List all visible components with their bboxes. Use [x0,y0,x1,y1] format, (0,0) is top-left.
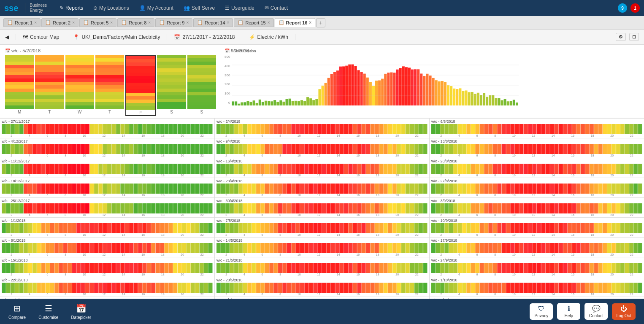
week-row[interactable]: w/c - 7/5/2018246810121416182022 [215,218,429,238]
nav-my-locations[interactable]: ⊙ My Locations [89,3,133,13]
datepicker-label: Datepicker [71,315,91,320]
axis-labels: 246810121416182022 [2,134,213,137]
week-row[interactable]: w/c - 4/6/2018246810121416182022 [215,297,429,299]
logo-divider [25,3,25,13]
week-row[interactable]: w/c - 8/10/2018246810121416182022 [430,297,644,299]
week-label: w/c - 29/1/2018 [2,298,213,299]
week-row[interactable]: w/c - 8/1/2018246810121416182022 [0,238,214,257]
week-heatmap-canvas [2,243,213,253]
week-row[interactable]: w/c - 21/5/2018246810121416182022 [215,257,429,277]
compare-button[interactable]: ⊞ Compare [8,303,26,320]
bar-chart-title: 📅 9/2/2018 [225,48,639,53]
rh-back: ◀ [5,34,16,40]
week-label: w/c - 2/4/2018 [216,119,428,124]
week-heatmap-canvas [216,223,428,233]
tab-report-9-close[interactable]: × [186,20,189,25]
week-row[interactable]: w/c - 1/1/2018246810121416182022 [0,218,214,238]
tab-report-2[interactable]: 📋 Report 2 × [41,18,78,27]
week-row[interactable]: w/c - 6/8/2018246810121416182022 [430,119,644,138]
tab-report-16[interactable]: 📋 Report 16 × [275,18,316,27]
grid-column-3[interactable]: w/c - 6/8/2018246810121416182022w/c - 13… [430,119,644,299]
week-row[interactable]: w/c - 24/9/2018246810121416182022 [430,257,644,277]
week-row[interactable]: w/c - 2/4/2018246810121416182022 [215,119,429,138]
week-row[interactable]: w/c - 30/4/2018246810121416182022 [215,198,429,218]
week-row[interactable]: w/c - 27/8/2018246810121416182022 [430,178,644,198]
tab-report-1[interactable]: 📋 Report 1 × [3,18,41,27]
tab-report-15-label: Report 15 [245,20,265,25]
tab-report-5-close[interactable]: × [110,20,113,25]
privacy-button[interactable]: 🛡 Privacy [530,303,553,320]
week-row[interactable]: w/c - 1/10/2018246810121416182022 [430,277,644,297]
contour-heatmap[interactable]: MTWTFSS [5,55,216,118]
tab-report-9[interactable]: 📋 Report 9 × [155,18,192,27]
tab-report-15[interactable]: 📋 Report 15 × [234,18,273,27]
week-row[interactable]: w/c - 27/11/2017246810121416182022 [0,119,214,138]
rh-right-buttons: ⚙ ⊟ [616,33,639,41]
week-row[interactable]: w/c - 23/4/2018246810121416182022 [215,178,429,198]
customise-button[interactable]: ☰ Customise [38,303,58,320]
week-row[interactable]: w/c - 29/1/2018246810121416182022 [0,297,214,299]
rh-energy-unit: ⚡ Electric / kWh [242,34,295,40]
add-tab-button[interactable]: + [316,18,325,27]
week-row[interactable]: w/c - 16/4/2018246810121416182022 [215,158,429,178]
help-button[interactable]: ℹ Help [557,303,580,320]
week-row[interactable]: w/c - 9/4/2018246810121416182022 [215,138,429,158]
week-row[interactable]: w/c - 15/1/2018246810121416182022 [0,257,214,277]
nav-contact[interactable]: ✉ Contact [260,3,292,13]
nav-self-serve-label: Self Serve [192,5,215,11]
settings-button[interactable]: ⚙ [616,33,626,41]
grid-column-1[interactable]: w/c - 27/11/2017246810121416182022w/c - … [0,119,215,299]
alert-bell[interactable]: 1 [630,3,640,13]
help-icon: ℹ [568,305,570,313]
logo: sse BusinessEnergy [4,3,47,13]
nav-reports[interactable]: ✎ Reports [55,3,87,13]
export-button[interactable]: ⊟ [629,33,639,41]
week-row[interactable]: w/c - 25/12/2017246810121416182022 [0,198,214,218]
contact-nav-icon: ✉ [265,5,269,11]
week-row[interactable]: w/c - 11/12/2017246810121416182022 [0,158,214,178]
week-row[interactable]: w/c - 22/1/2018246810121416182022 [0,277,214,297]
week-row[interactable]: w/c - 17/9/2018246810121416182022 [430,238,644,257]
week-heatmap-canvas [2,184,213,194]
nav-self-serve[interactable]: 👥 Self Serve [179,3,219,13]
datepicker-button[interactable]: 📅 Datepicker [71,303,91,320]
week-row[interactable]: w/c - 20/8/2018246810121416182022 [430,158,644,178]
bar-chart-panel: 📅 9/2/2018 500 400 300 200 100 0 Consump… [225,48,639,114]
week-row[interactable]: w/c - 18/12/2017246810121416182022 [0,178,214,198]
grid-column-2[interactable]: w/c - 2/4/2018246810121416182022w/c - 9/… [215,119,430,299]
week-row[interactable]: w/c - 13/8/2018246810121416182022 [430,138,644,158]
tab-report-8-label: Report 8 [129,20,146,25]
week-row[interactable]: w/c - 4/12/2017246810121416182022 [0,138,214,158]
customise-label: Customise [38,315,58,320]
logout-button[interactable]: ⏻ Log Out [612,303,636,320]
week-heatmap-canvas [2,124,213,134]
tab-report-8-close[interactable]: × [148,20,151,25]
week-heatmap-canvas [431,164,642,174]
tab-report-16-close[interactable]: × [309,20,311,25]
tab-report-15-close[interactable]: × [268,20,270,25]
tab-report-14-close[interactable]: × [227,20,230,25]
week-heatmap-canvas [216,263,428,273]
account-nav-icon: 👤 [139,5,146,11]
week-label: w/c - 3/9/2018 [431,199,642,203]
axis-labels: 246810121416182022 [216,273,428,276]
tab-report-1-close[interactable]: × [34,20,37,25]
week-label: w/c - 15/1/2018 [2,258,213,262]
nav-userguide[interactable]: ☰ Userguide [221,3,259,13]
week-row[interactable]: w/c - 3/9/2018246810121416182022 [430,198,644,218]
back-icon[interactable]: ◀ [5,34,9,40]
week-heatmap-canvas [431,243,642,253]
contact-button[interactable]: 💬 Contact [584,303,608,320]
tab-report-2-close[interactable]: × [72,20,75,25]
week-row[interactable]: w/c - 14/5/2018246810121416182022 [215,238,429,257]
week-row[interactable]: w/c - 28/5/2018246810121416182022 [215,277,429,297]
tab-report-8[interactable]: 📋 Report 8 × [117,18,154,27]
week-heatmap-canvas [431,184,642,194]
notification-bell[interactable]: 9 [618,3,627,13]
tab-report-14[interactable]: 📋 Report 14 × [193,18,233,27]
week-row[interactable]: w/c - 10/9/2018246810121416182022 [430,218,644,238]
week-label: w/c - 9/4/2018 [216,139,428,143]
bar-chart-canvas [232,55,519,105]
nav-my-account[interactable]: 👤 My Account [135,3,178,13]
tab-report-5[interactable]: 📋 Report 5 × [79,18,116,27]
